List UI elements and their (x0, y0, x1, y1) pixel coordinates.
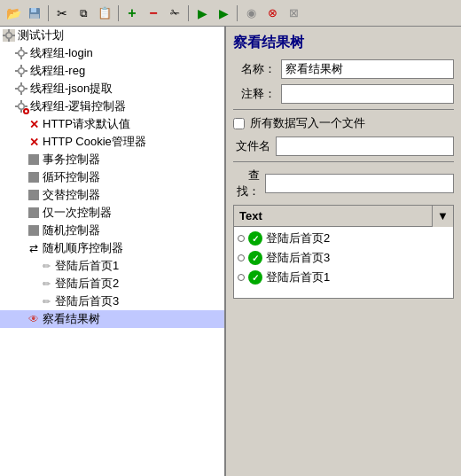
search-label: 查找： (233, 168, 260, 199)
svg-rect-2 (30, 14, 39, 19)
tree-item-random[interactable]: 随机控制器 (0, 222, 224, 239)
tree-item-label: 线程组-login (30, 45, 93, 61)
results-header: Text ▼ (234, 206, 453, 227)
result-row-2[interactable]: ✓ 登陆后首页1 (234, 268, 453, 287)
tree-item-page2[interactable]: ✏ 登陆后首页2 (0, 275, 224, 293)
tree-item-label: 线程组-json提取 (30, 81, 113, 97)
svg-rect-14 (15, 70, 18, 72)
tree-item-label: 线程组-逻辑控制器 (30, 98, 126, 114)
toolbar: 📂 ✂ ⧉ 📋 + − ✁ ▶ ▶ ◉ ⊗ ⊠ (0, 0, 461, 27)
write-all-row: 所有数据写入一个文件 (233, 115, 454, 131)
svg-rect-1 (31, 8, 36, 12)
pencil-icon: ✏ (39, 259, 53, 273)
tree-item-thread-json[interactable]: 线程组-json提取 (0, 80, 224, 98)
tree-item-alternate[interactable]: 交替控制器 (0, 186, 224, 204)
circle-button[interactable]: ◉ (241, 4, 261, 23)
gear-icon (2, 28, 16, 43)
tree-item-label: 交替控制器 (43, 187, 100, 203)
svg-rect-23 (25, 105, 27, 107)
add-button[interactable]: + (122, 4, 142, 23)
tree-item-once[interactable]: 仅一次控制器 (0, 204, 224, 222)
copy-button[interactable]: ⧉ (74, 4, 93, 23)
main-container: 测试计划 线程组-login 线程组-reg 线程组-json提取 (0, 27, 461, 476)
open-button[interactable]: 📂 (4, 4, 23, 23)
save-button[interactable] (25, 4, 44, 23)
run-button[interactable]: ▶ (192, 4, 212, 23)
divider-1 (233, 109, 454, 110)
result-label: 登陆后首页1 (266, 269, 330, 285)
tree-item-label: 随机控制器 (43, 222, 100, 238)
gray-sq-icon (27, 152, 41, 167)
search-input[interactable] (265, 174, 454, 193)
write-all-checkbox[interactable] (233, 118, 245, 129)
tree-item-http-default[interactable]: ✕ HTTP请求默认值 (0, 115, 224, 133)
gray-sq-icon (27, 223, 41, 238)
svg-rect-6 (3, 35, 5, 36)
results-dropdown-button[interactable]: ▼ (432, 206, 453, 227)
svg-rect-16 (20, 82, 22, 85)
tree-item-thread-login[interactable]: 线程组-login (0, 44, 224, 62)
run2-button[interactable]: ▶ (214, 4, 233, 23)
pencil-icon: ✏ (39, 277, 53, 291)
tree-item-view-result[interactable]: 👁 察看结果树 (0, 310, 224, 328)
comment-row: 注释： (233, 84, 454, 104)
tree-item-label: HTTP Cookie管理器 (43, 134, 146, 150)
svg-rect-12 (20, 65, 22, 67)
toolbar-separator-4 (237, 5, 238, 21)
tree-item-label: 事务控制器 (43, 152, 100, 168)
svg-rect-11 (25, 52, 27, 54)
comment-label: 注释： (233, 86, 276, 102)
divider-2 (233, 161, 454, 162)
result-check-icon: ✓ (248, 270, 262, 285)
result-connector-dot (238, 274, 245, 281)
svg-rect-21 (20, 110, 22, 113)
svg-rect-10 (15, 52, 18, 54)
tree-item-thread-reg[interactable]: 线程组-reg (0, 62, 224, 80)
comment-input[interactable] (281, 84, 454, 104)
paste-button[interactable]: 📋 (95, 4, 114, 23)
filename-input[interactable] (276, 137, 454, 156)
results-header-text: Text (234, 207, 432, 224)
x2-button[interactable]: ⊠ (284, 4, 303, 23)
results-table: Text ▼ ✓ 登陆后首页2 ✓ 登陆后首页3 ✓ 登陆后首页1 (233, 205, 454, 299)
tree-item-page1[interactable]: ✏ 登陆后首页1 (0, 257, 224, 275)
result-connector-dot (238, 254, 245, 261)
tree-item-label: 随机顺序控制器 (43, 240, 123, 256)
gray-sq-icon (27, 206, 41, 220)
tree-item-test-plan[interactable]: 测试计划 (0, 27, 224, 44)
tree-item-label: 循环控制器 (43, 169, 100, 185)
tree-item-page3[interactable]: ✏ 登陆后首页3 (0, 293, 224, 310)
result-label: 登陆后首页3 (266, 250, 330, 266)
svg-rect-17 (20, 92, 22, 95)
pencil-icon: ✏ (39, 294, 53, 308)
svg-rect-19 (25, 88, 27, 90)
x-icon: ✕ (27, 117, 41, 131)
result-row-0[interactable]: ✓ 登陆后首页2 (234, 229, 453, 248)
toolbar-separator-3 (188, 5, 189, 21)
tree-item-label: 登陆后首页3 (55, 293, 119, 309)
tree-item-loop[interactable]: 循环控制器 (0, 168, 224, 186)
gear-icon (14, 46, 28, 60)
cut2-button[interactable]: ✁ (165, 4, 184, 23)
tree-item-random-order[interactable]: ⇄ 随机顺序控制器 (0, 239, 224, 257)
svg-rect-13 (20, 74, 22, 77)
tree-item-thread-logic[interactable]: 线程组-逻辑控制器 (0, 98, 224, 115)
svg-rect-20 (20, 100, 22, 103)
name-input[interactable] (281, 59, 454, 79)
gear-icon (14, 82, 28, 96)
result-check-icon: ✓ (248, 251, 262, 265)
tree-item-label: 线程组-reg (30, 63, 85, 79)
panel-title: 察看结果树 (233, 34, 454, 52)
tree-item-transaction[interactable]: 事务控制器 (0, 151, 224, 168)
result-check-icon: ✓ (248, 231, 262, 246)
tree-panel: 测试计划 线程组-login 线程组-reg 线程组-json提取 (0, 27, 226, 476)
tree-item-label: 察看结果树 (43, 311, 100, 327)
result-row-1[interactable]: ✓ 登陆后首页3 (234, 248, 453, 268)
result-connector-dot (238, 235, 245, 242)
remove-button[interactable]: − (144, 4, 163, 23)
svg-rect-9 (20, 57, 22, 59)
stop-button[interactable]: ⊗ (262, 4, 282, 23)
tree-item-http-cookie[interactable]: ✕ HTTP Cookie管理器 (0, 133, 224, 151)
scissors-button[interactable]: ✂ (52, 4, 72, 23)
svg-rect-8 (20, 47, 22, 50)
